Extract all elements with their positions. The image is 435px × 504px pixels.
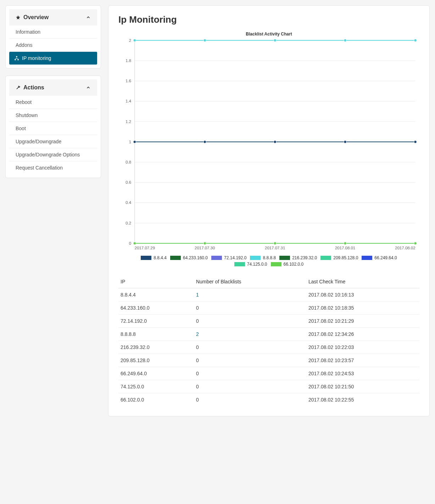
legend-item[interactable]: 209.85.128.0 [320,255,358,260]
star-icon [16,15,21,20]
actions-item-2[interactable]: Boot [9,122,97,135]
legend-item[interactable]: 66.102.0.0 [271,262,304,267]
svg-point-62 [203,242,206,245]
svg-text:1.6: 1.6 [126,79,131,83]
table-header: IP [118,275,194,288]
ip-table: IPNumber of BlacklistsLast Check Time 8.… [118,275,419,406]
cell-ip: 8.8.8.8 [118,327,194,340]
cell-ip: 72.14.192.0 [118,314,194,327]
actions-item-0[interactable]: Reboot [9,96,97,109]
overview-item-1[interactable]: Addons [9,39,97,52]
overview-header[interactable]: Overview [9,9,97,26]
svg-rect-2 [17,59,19,60]
table-row: 8.8.4.412017.08.02 10:16:13 [118,288,419,301]
legend-label: 216.239.32.0 [292,255,317,260]
legend-label: 72.14.192.0 [224,255,246,260]
table-row: 72.14.192.002017.08.02 10:21:29 [118,314,419,327]
cell-count: 0 [194,354,306,367]
cell-count: 0 [194,380,306,393]
svg-point-63 [274,242,277,245]
svg-point-64 [344,242,347,245]
cell-count: 0 [194,340,306,354]
legend-item[interactable]: 216.239.32.0 [279,255,317,260]
cell-ip: 209.85.128.0 [118,354,194,367]
table-row: 66.102.0.002017.08.02 10:22:55 [118,393,419,406]
cell-time: 2017.08.02 10:21:50 [306,380,419,393]
svg-text:2017.07.29: 2017.07.29 [135,246,155,250]
legend-swatch [211,256,222,260]
svg-text:2: 2 [129,39,131,43]
legend-item[interactable]: 8.8.8.8 [250,255,276,260]
cell-count: 2 [194,327,306,340]
overview-item-2[interactable]: IP monitoring [9,52,97,65]
blacklist-count-link[interactable]: 2 [196,331,199,337]
actions-header[interactable]: Actions [9,79,97,96]
legend-item[interactable]: 66.249.64.0 [362,255,397,260]
legend-swatch [141,256,151,260]
actions-item-5[interactable]: Request Cancellation [9,161,97,174]
legend-label: 74.125.0.0 [247,262,267,267]
legend-swatch [320,256,331,260]
legend-item[interactable]: 74.125.0.0 [234,262,267,267]
chart-title: Blacklist Activity Chart [118,32,419,37]
overview-item-0[interactable]: Information [9,26,97,39]
legend-label: 66.249.64.0 [374,255,397,260]
cell-time: 2017.08.02 10:22:03 [306,340,419,354]
table-row: 64.233.160.002017.08.02 10:18:35 [118,301,419,314]
table-row: 74.125.0.002017.08.02 10:21:50 [118,380,419,393]
svg-point-70 [414,140,417,143]
svg-text:1: 1 [129,140,131,144]
table-header: Last Check Time [306,275,419,288]
overview-title: Overview [23,14,49,21]
chevron-up-icon [86,85,91,90]
cell-time: 2017.08.02 10:24:53 [306,367,419,380]
blacklist-count-link[interactable]: 1 [196,292,199,298]
chart-area: 00.20.40.60.811.21.41.61.822017.07.29201… [118,39,419,252]
svg-point-61 [133,242,136,245]
legend-label: 66.102.0.0 [284,262,304,267]
cell-time: 2017.08.02 10:21:29 [306,314,419,327]
svg-point-68 [274,140,277,143]
overview-panel: Overview InformationAddonsIP monitoring [5,5,101,68]
page-title: Ip Monitoring [118,14,419,25]
cell-ip: 216.239.32.0 [118,340,194,354]
cell-time: 2017.08.02 10:23:57 [306,354,419,367]
cell-time: 2017.08.02 12:34:26 [306,327,419,340]
chevron-up-icon [86,15,91,20]
svg-point-72 [203,39,206,42]
blacklist-chart: 00.20.40.60.811.21.41.61.822017.07.29201… [118,39,419,252]
cell-count: 0 [194,314,306,327]
svg-text:1.8: 1.8 [126,59,131,63]
legend-swatch [170,256,181,260]
legend-item[interactable]: 72.14.192.0 [211,255,246,260]
actions-item-3[interactable]: Upgrade/Downgrade [9,135,97,148]
legend-label: 8.8.4.4 [154,255,167,260]
actions-panel: Actions RebootShutdownBootUpgrade/Downgr… [5,76,101,178]
svg-text:2017.08.02: 2017.08.02 [395,246,415,250]
menu-item-label: Information [16,29,40,35]
svg-text:1.4: 1.4 [126,99,132,103]
svg-text:2017.07.31: 2017.07.31 [265,246,285,250]
svg-text:0.6: 0.6 [126,180,131,184]
actions-item-4[interactable]: Upgrade/Downgrade Options [9,148,97,161]
legend-swatch [234,262,245,266]
sitemap-icon [14,56,19,61]
svg-point-73 [274,39,277,42]
cell-count: 0 [194,367,306,380]
cell-ip: 64.233.160.0 [118,301,194,314]
legend-swatch [279,256,290,260]
legend-item[interactable]: 8.8.4.4 [141,255,167,260]
svg-rect-1 [15,59,16,60]
cell-count: 0 [194,301,306,314]
actions-item-1[interactable]: Shutdown [9,109,97,122]
menu-item-label: IP monitoring [22,55,51,61]
svg-text:0: 0 [129,241,131,245]
legend-item[interactable]: 64.233.160.0 [170,255,208,260]
menu-item-label: Addons [16,42,32,48]
cell-ip: 66.249.64.0 [118,367,194,380]
table-row: 216.239.32.002017.08.02 10:22:03 [118,340,419,354]
svg-point-74 [344,39,347,42]
legend-swatch [362,256,372,260]
table-header: Number of Blacklists [194,275,306,288]
svg-point-65 [414,242,417,245]
